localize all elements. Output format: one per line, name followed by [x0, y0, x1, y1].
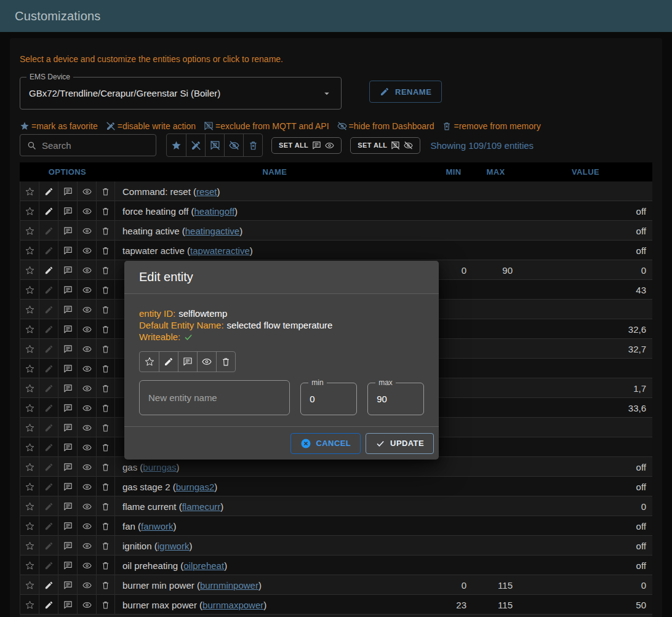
- row-delete-button[interactable]: [96, 536, 115, 555]
- row-edit-button[interactable]: [39, 300, 58, 319]
- row-delete-button[interactable]: [96, 280, 115, 300]
- row-delete-button[interactable]: [96, 418, 115, 437]
- row-edit-button[interactable]: [39, 339, 58, 359]
- row-visibility-button[interactable]: [77, 339, 96, 359]
- row-mqtt-button[interactable]: [58, 398, 77, 418]
- row-delete-button[interactable]: [96, 319, 115, 339]
- row-delete-button[interactable]: [96, 300, 115, 319]
- row-mqtt-button[interactable]: [58, 595, 77, 615]
- ems-device-select[interactable]: EMS Device GBx72/Trendline/Cerapur/Green…: [20, 77, 342, 109]
- entity-shortname-link[interactable]: burnminpower: [200, 580, 258, 591]
- row-edit-button[interactable]: [39, 201, 58, 221]
- table-row[interactable]: ignition (ignwork)off: [20, 536, 652, 555]
- row-visibility-button[interactable]: [77, 536, 96, 555]
- row-delete-button[interactable]: [96, 457, 115, 477]
- row-visibility-button[interactable]: [77, 398, 96, 418]
- cancel-button[interactable]: CANCEL: [290, 433, 361, 454]
- row-visibility-button[interactable]: [77, 555, 96, 575]
- row-edit-button[interactable]: [39, 418, 58, 437]
- row-favorite-button[interactable]: [20, 378, 39, 398]
- entity-shortname-link[interactable]: burnmaxpower: [202, 600, 263, 610]
- row-mqtt-button[interactable]: [58, 378, 77, 398]
- row-visibility-button[interactable]: [77, 181, 96, 201]
- row-edit-button[interactable]: [39, 181, 58, 201]
- row-delete-button[interactable]: [96, 516, 115, 536]
- table-row[interactable]: gas (burngas)off: [20, 457, 652, 477]
- row-delete-button[interactable]: [96, 241, 115, 260]
- visibility-toggle[interactable]: [197, 352, 216, 372]
- update-button[interactable]: UPDATE: [366, 433, 434, 454]
- row-favorite-button[interactable]: [20, 555, 39, 575]
- row-mqtt-button[interactable]: [58, 516, 77, 536]
- row-visibility-button[interactable]: [77, 359, 96, 378]
- row-favorite-button[interactable]: [20, 418, 39, 437]
- entity-shortname-link[interactable]: fanwork: [141, 521, 174, 531]
- row-mqtt-button[interactable]: [58, 536, 77, 555]
- filter-hide-dashboard-button[interactable]: [224, 134, 243, 156]
- row-delete-button[interactable]: [96, 378, 115, 398]
- row-favorite-button[interactable]: [20, 339, 39, 359]
- row-edit-button[interactable]: [39, 536, 58, 555]
- row-favorite-button[interactable]: [20, 221, 39, 241]
- entity-shortname-link[interactable]: heatingactive: [185, 226, 239, 236]
- row-mqtt-button[interactable]: [58, 280, 77, 300]
- row-favorite-button[interactable]: [20, 241, 39, 260]
- row-visibility-button[interactable]: [77, 221, 96, 241]
- table-row[interactable]: Command: reset (reset): [20, 181, 652, 201]
- row-visibility-button[interactable]: [77, 378, 96, 398]
- row-visibility-button[interactable]: [77, 418, 96, 437]
- table-row[interactable]: burner max power (burnmaxpower)2311550: [20, 595, 652, 615]
- entity-shortname-link[interactable]: burngas2: [176, 482, 215, 492]
- favorite-toggle[interactable]: [140, 352, 159, 372]
- row-mqtt-button[interactable]: [58, 241, 77, 260]
- row-edit-button[interactable]: [39, 595, 58, 615]
- row-favorite-button[interactable]: [20, 201, 39, 221]
- row-mqtt-button[interactable]: [58, 339, 77, 359]
- row-delete-button[interactable]: [96, 221, 115, 241]
- row-visibility-button[interactable]: [77, 595, 96, 615]
- table-row[interactable]: heating active (heatingactive)off: [20, 221, 652, 241]
- filter-favorite-button[interactable]: [167, 134, 186, 156]
- table-row[interactable]: flame current (flamecurr)0: [20, 496, 652, 516]
- entity-shortname-link[interactable]: ignwork: [158, 541, 190, 551]
- table-row[interactable]: tapwater active (tapwateractive)off: [20, 241, 652, 260]
- row-edit-button[interactable]: [39, 575, 58, 595]
- row-edit-button[interactable]: [39, 555, 58, 575]
- row-delete-button[interactable]: [96, 477, 115, 496]
- row-delete-button[interactable]: [96, 260, 115, 280]
- mqtt-toggle[interactable]: [178, 352, 197, 372]
- row-mqtt-button[interactable]: [58, 555, 77, 575]
- filter-remove-memory-button[interactable]: [243, 134, 262, 156]
- row-delete-button[interactable]: [96, 398, 115, 418]
- row-mqtt-button[interactable]: [58, 300, 77, 319]
- row-edit-button[interactable]: [39, 280, 58, 300]
- row-mqtt-button[interactable]: [58, 181, 77, 201]
- row-visibility-button[interactable]: [77, 300, 96, 319]
- row-edit-button[interactable]: [39, 477, 58, 496]
- row-delete-button[interactable]: [96, 201, 115, 221]
- row-edit-button[interactable]: [39, 221, 58, 241]
- write-toggle[interactable]: [159, 352, 178, 372]
- row-visibility-button[interactable]: [77, 477, 96, 496]
- row-favorite-button[interactable]: [20, 575, 39, 595]
- row-favorite-button[interactable]: [20, 516, 39, 536]
- row-visibility-button[interactable]: [77, 260, 96, 280]
- table-row[interactable]: force heating off (heatingoff)off: [20, 201, 652, 221]
- entity-shortname-link[interactable]: flamecurr: [182, 501, 221, 512]
- row-visibility-button[interactable]: [77, 496, 96, 516]
- row-favorite-button[interactable]: [20, 595, 39, 615]
- entity-shortname-link[interactable]: tapwateractive: [190, 245, 250, 256]
- rename-button[interactable]: RENAME: [369, 81, 442, 103]
- row-edit-button[interactable]: [39, 496, 58, 516]
- row-delete-button[interactable]: [96, 575, 115, 595]
- row-visibility-button[interactable]: [77, 575, 96, 595]
- row-mqtt-button[interactable]: [58, 319, 77, 339]
- filter-disable-write-button[interactable]: [186, 134, 205, 156]
- row-delete-button[interactable]: [96, 595, 115, 615]
- min-input[interactable]: [301, 383, 356, 415]
- row-edit-button[interactable]: [39, 241, 58, 260]
- row-favorite-button[interactable]: [20, 496, 39, 516]
- row-edit-button[interactable]: [39, 398, 58, 418]
- row-mqtt-button[interactable]: [58, 221, 77, 241]
- row-visibility-button[interactable]: [77, 437, 96, 457]
